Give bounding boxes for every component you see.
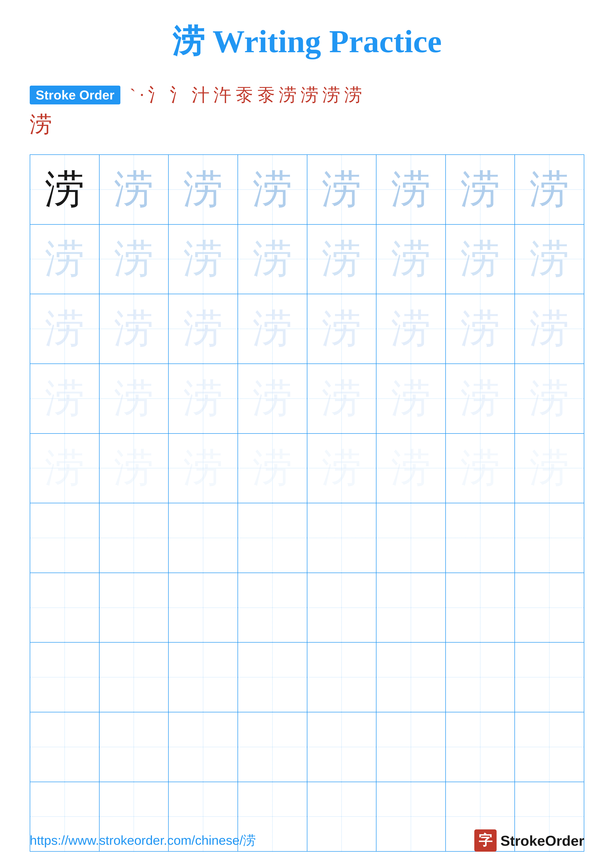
- grid-cell-empty[interactable]: [169, 712, 238, 782]
- grid-cell-empty[interactable]: [99, 643, 169, 712]
- grid-cell: 涝: [376, 294, 446, 363]
- grid-row-8: [30, 643, 584, 712]
- grid-cell: 涝: [169, 225, 238, 294]
- grid-cell: 涝: [169, 155, 238, 224]
- grid-cell-empty[interactable]: [169, 573, 238, 642]
- grid-cell-empty[interactable]: [307, 643, 377, 712]
- stroke-char-11: 涝: [322, 83, 340, 107]
- grid-cell: 涝: [169, 434, 238, 503]
- grid-cell: 涝: [307, 155, 377, 224]
- grid-cell-empty[interactable]: [307, 503, 377, 573]
- stroke-char-12: 涝: [344, 83, 362, 107]
- grid-cell-empty[interactable]: [515, 503, 584, 573]
- grid-cell-empty[interactable]: [99, 712, 169, 782]
- grid-row-4: 涝 涝 涝 涝 涝 涝 涝 涝: [30, 364, 584, 434]
- grid-cell: 涝: [99, 434, 169, 503]
- stroke-chars: ` · 氵 氵 汁 汻 沗 沗 涝 涝 涝 涝: [128, 83, 364, 107]
- grid-cell-empty[interactable]: [30, 573, 99, 642]
- grid-cell-empty[interactable]: [515, 643, 584, 712]
- grid-cell: 涝: [446, 155, 515, 224]
- grid-cell-empty[interactable]: [376, 573, 446, 642]
- grid-cell: 涝: [307, 434, 377, 503]
- stroke-char-6: 汻: [213, 83, 231, 107]
- grid-cell: 涝: [515, 225, 584, 294]
- grid-cell: 涝: [99, 364, 169, 433]
- grid-cell: 涝: [30, 434, 99, 503]
- grid-cell: 涝: [376, 155, 446, 224]
- stroke-char-1: `: [130, 85, 136, 105]
- grid-cell: 涝: [307, 364, 377, 433]
- grid-cell: 涝: [515, 364, 584, 433]
- footer-url[interactable]: https://www.strokeorder.com/chinese/涝: [30, 832, 256, 849]
- grid-row-3: 涝 涝 涝 涝 涝 涝 涝 涝: [30, 294, 584, 364]
- grid-cell: 涝: [515, 294, 584, 363]
- grid-cell-empty[interactable]: [99, 503, 169, 573]
- grid-cell-empty[interactable]: [446, 503, 515, 573]
- grid-cell-empty[interactable]: [30, 503, 99, 573]
- grid-row-1: 涝 涝 涝 涝 涝 涝 涝 涝: [30, 155, 584, 225]
- stroke-final-char: 涝: [30, 109, 584, 140]
- grid-cell: 涝: [238, 294, 307, 363]
- grid-cell: 涝: [238, 434, 307, 503]
- grid-cell: 涝: [30, 225, 99, 294]
- grid-cell: 涝: [376, 364, 446, 433]
- grid-cell-empty[interactable]: [376, 643, 446, 712]
- grid-cell: 涝: [307, 225, 377, 294]
- grid-cell-empty[interactable]: [515, 712, 584, 782]
- page-title: 涝 Writing Practice: [173, 20, 442, 64]
- grid-cell-empty[interactable]: [307, 712, 377, 782]
- grid-cell: 涝: [307, 294, 377, 363]
- grid-cell: 涝: [169, 364, 238, 433]
- grid-cell-empty[interactable]: [446, 573, 515, 642]
- grid-cell: 涝: [169, 294, 238, 363]
- grid-cell-empty[interactable]: [238, 573, 307, 642]
- grid-cell: 涝: [446, 434, 515, 503]
- footer-logo-text: StrokeOrder: [501, 832, 584, 849]
- grid-cell-empty[interactable]: [307, 573, 377, 642]
- grid-cell: 涝: [30, 155, 99, 224]
- grid-cell-empty[interactable]: [30, 712, 99, 782]
- grid-cell: 涝: [30, 364, 99, 433]
- stroke-char-5: 汁: [192, 83, 210, 107]
- footer-logo: 字 StrokeOrder: [474, 829, 584, 852]
- grid-cell-empty[interactable]: [169, 503, 238, 573]
- page: 涝 Writing Practice Stroke Order ` · 氵 氵 …: [0, 0, 614, 868]
- grid-cell: 涝: [99, 225, 169, 294]
- grid-cell-empty[interactable]: [376, 712, 446, 782]
- grid-cell: 涝: [99, 155, 169, 224]
- grid-row-2: 涝 涝 涝 涝 涝 涝 涝 涝: [30, 225, 584, 294]
- stroke-char-3: 氵: [148, 83, 166, 107]
- grid-cell-empty[interactable]: [169, 643, 238, 712]
- grid-cell-empty[interactable]: [99, 573, 169, 642]
- stroke-char-10: 涝: [301, 83, 319, 107]
- grid-cell: 涝: [238, 225, 307, 294]
- grid-cell: 涝: [30, 294, 99, 363]
- strokeorder-logo-icon: 字: [474, 829, 497, 852]
- grid-cell: 涝: [446, 225, 515, 294]
- grid-row-7: [30, 573, 584, 643]
- grid-cell-empty[interactable]: [238, 503, 307, 573]
- grid-cell-empty[interactable]: [238, 643, 307, 712]
- grid-cell-empty[interactable]: [446, 643, 515, 712]
- grid-cell-empty[interactable]: [515, 573, 584, 642]
- grid-cell-empty[interactable]: [30, 643, 99, 712]
- practice-grid: 涝 涝 涝 涝 涝 涝 涝 涝 涝 涝 涝 涝 涝 涝 涝 涝 涝 涝 涝 涝 …: [30, 154, 584, 852]
- stroke-char-7: 沗: [235, 83, 253, 107]
- grid-cell: 涝: [376, 434, 446, 503]
- stroke-order-section: Stroke Order ` · 氵 氵 汁 汻 沗 沗 涝 涝 涝 涝 涝: [30, 83, 584, 140]
- grid-row-9: [30, 712, 584, 782]
- stroke-char-8: 沗: [257, 83, 275, 107]
- stroke-order-row: Stroke Order ` · 氵 氵 汁 汻 沗 沗 涝 涝 涝 涝: [30, 83, 584, 107]
- grid-cell-empty[interactable]: [238, 712, 307, 782]
- grid-cell: 涝: [446, 294, 515, 363]
- grid-cell: 涝: [99, 294, 169, 363]
- grid-cell: 涝: [238, 364, 307, 433]
- grid-cell-empty[interactable]: [376, 503, 446, 573]
- grid-cell-empty[interactable]: [446, 712, 515, 782]
- grid-cell: 涝: [515, 434, 584, 503]
- grid-row-5: 涝 涝 涝 涝 涝 涝 涝 涝: [30, 434, 584, 504]
- stroke-char-4: 氵: [170, 83, 188, 107]
- footer: https://www.strokeorder.com/chinese/涝 字 …: [30, 829, 584, 852]
- grid-cell: 涝: [376, 225, 446, 294]
- grid-cell: 涝: [238, 155, 307, 224]
